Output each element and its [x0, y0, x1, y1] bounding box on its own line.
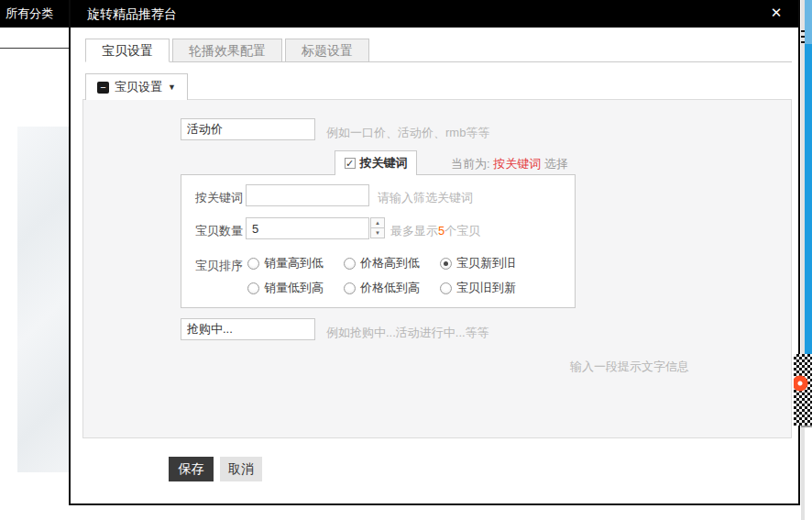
- keyword-label: 按关键词: [195, 190, 243, 206]
- sort-option-price-desc[interactable]: 价格高到低: [344, 255, 420, 271]
- sort-option-label: 宝贝旧到新: [456, 280, 516, 296]
- price-prefix-hint: 例如一口价、活动价、rmb等等: [326, 125, 489, 141]
- background-blue-strip: [805, 44, 812, 354]
- sort-option-label: 价格低到高: [360, 280, 420, 296]
- select-mode-option-keyword[interactable]: ✓ 按关键词: [335, 150, 417, 175]
- page-root: 所有分类 旋转精品推荐台 ✕ 宝贝设置 轮播效果配置 标题设置 − 宝贝设置 ▼…: [0, 0, 812, 520]
- radio-selected-icon[interactable]: [440, 258, 452, 270]
- quantity-input[interactable]: [246, 217, 369, 239]
- sort-option-oldest-first[interactable]: 宝贝旧到新: [440, 280, 516, 296]
- quantity-stepper: ▲ ▼: [370, 217, 385, 239]
- sort-option-newest-first[interactable]: 宝贝新到旧: [440, 255, 516, 271]
- select-mode-option-label: 按关键词: [360, 152, 408, 174]
- background-divider: [0, 48, 70, 49]
- quantity-label: 宝贝数量: [195, 223, 243, 239]
- dialog-title: 旋转精品推荐台: [87, 0, 177, 28]
- chevron-down-icon: ▼: [168, 83, 176, 92]
- background-blue-strip-top: [805, 0, 812, 44]
- keyword-input[interactable]: [246, 184, 369, 206]
- current-mode-prefix: 当前为:: [451, 157, 493, 171]
- item-tip-input[interactable]: [181, 318, 315, 340]
- sort-option-sales-desc[interactable]: 销量高到低: [247, 255, 324, 271]
- tab-title-settings[interactable]: 标题设置: [285, 39, 369, 62]
- background-category-nav[interactable]: 所有分类: [0, 0, 70, 28]
- price-prefix-input[interactable]: [181, 118, 315, 140]
- sort-option-sales-asc[interactable]: 销量低到高: [247, 280, 324, 296]
- current-mode-suffix: 选择: [544, 157, 568, 171]
- sort-option-label: 宝贝新到旧: [456, 255, 516, 271]
- warm-tip-hint: 输入一段提示文字信息: [570, 359, 689, 375]
- keyword-hint: 请输入筛选关键词: [378, 190, 473, 206]
- radio-unselected-icon[interactable]: [247, 258, 259, 270]
- sort-option-label: 价格高到低: [360, 255, 420, 271]
- section-title: 宝贝设置: [115, 79, 162, 95]
- quantity-hint-suffix: 个宝贝: [444, 224, 480, 238]
- cancel-button[interactable]: 取消: [220, 457, 262, 481]
- radio-unselected-icon[interactable]: [247, 282, 259, 294]
- sort-option-label: 销量低到高: [264, 280, 324, 296]
- dialog-tabs: 宝贝设置 轮播效果配置 标题设置: [85, 39, 372, 62]
- tab-carousel-settings[interactable]: 轮播效果配置: [172, 39, 282, 62]
- settings-dialog: 旋转精品推荐台 ✕ 宝贝设置 轮播效果配置 标题设置 − 宝贝设置 ▼ 价格前缀…: [69, 0, 800, 505]
- qr-code-image: [794, 354, 812, 426]
- sort-option-label: 销量高到低: [264, 255, 324, 271]
- spinner-down-icon[interactable]: ▼: [370, 227, 385, 238]
- background-divider-right: [801, 426, 812, 427]
- sort-options-row-2: 销量低到高 价格低到高 宝贝旧到新: [247, 280, 516, 296]
- sort-options-row-1: 销量高到低 价格高到低 宝贝新到旧: [247, 255, 516, 271]
- close-icon[interactable]: ✕: [767, 4, 785, 22]
- sort-option-price-asc[interactable]: 价格低到高: [344, 280, 420, 296]
- item-tip-hint: 例如抢购中...活动进行中...等等: [326, 325, 489, 341]
- tab-item-settings[interactable]: 宝贝设置: [85, 39, 170, 62]
- save-button[interactable]: 保存: [169, 457, 214, 481]
- collapse-minus-icon[interactable]: −: [97, 82, 109, 94]
- current-mode-value: 按关键词: [493, 157, 541, 171]
- radio-unselected-icon[interactable]: [344, 282, 356, 294]
- radio-unselected-icon[interactable]: [440, 282, 452, 294]
- quantity-hint-prefix: 最多显示: [390, 224, 438, 238]
- current-mode-status: 当前为: 按关键词 选择: [451, 156, 568, 172]
- section-header-item-settings[interactable]: − 宝贝设置 ▼: [85, 73, 188, 100]
- checkbox-checked-icon[interactable]: ✓: [345, 158, 356, 169]
- tabs-underline: [85, 61, 792, 62]
- sort-label: 宝贝排序: [195, 258, 243, 274]
- background-product-image: [17, 127, 70, 472]
- radio-unselected-icon[interactable]: [344, 258, 356, 270]
- dialog-titlebar: 旋转精品推荐台 ✕: [71, 0, 798, 28]
- quantity-hint: 最多显示5个宝贝: [390, 223, 480, 239]
